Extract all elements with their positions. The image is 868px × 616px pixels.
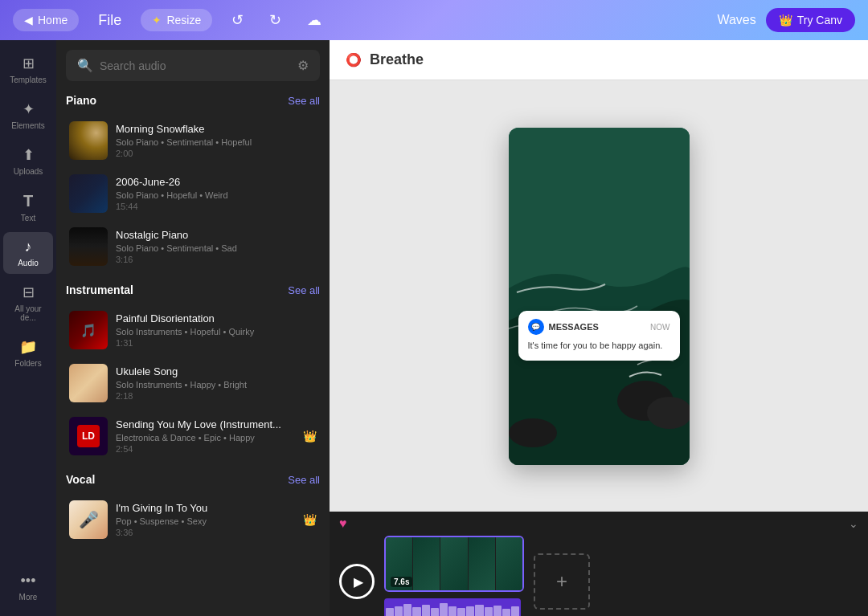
- resize-icon: ✦: [152, 14, 162, 27]
- 2006-thumb: [69, 174, 108, 213]
- home-button[interactable]: ◀ Home: [13, 9, 79, 31]
- waveform-bar: [386, 608, 394, 616]
- vocal-see-all-button[interactable]: See all: [288, 474, 320, 486]
- search-input[interactable]: [100, 59, 291, 72]
- waveform-bar: [511, 606, 519, 616]
- audio-waveform[interactable]: [384, 598, 521, 616]
- instrumental-see-all-button[interactable]: See all: [288, 284, 320, 296]
- heart-icon: ♥: [339, 516, 347, 531]
- ukulele-name: Ukulele Song: [116, 365, 317, 377]
- nostalgic-thumb: [69, 227, 108, 266]
- redo-button[interactable]: ↻: [263, 8, 288, 32]
- sending-duration: 2:54: [116, 444, 295, 454]
- waveform-bar: [493, 606, 502, 616]
- canvas-title: Breathe: [370, 51, 424, 68]
- undo-button[interactable]: ↺: [225, 8, 250, 32]
- timeline-clips: 7.6s: [384, 536, 524, 616]
- sidebar-item-all-designs[interactable]: ⊟ All your de...: [3, 277, 53, 328]
- canvas-content: 💬 MESSAGES NOW It's time for you to be h…: [330, 80, 868, 512]
- resize-button[interactable]: ✦ Resize: [141, 9, 212, 31]
- morning-snowflake-meta: Solo Piano • Sentimental • Hopeful: [116, 137, 317, 147]
- sidebar-item-audio[interactable]: ♪ Audio: [3, 232, 53, 274]
- try-canva-label: Try Canv: [797, 14, 842, 27]
- templates-icon: ⊞: [23, 55, 35, 72]
- message-app-name: MESSAGES: [549, 322, 651, 332]
- ukulele-meta: Solo Instruments • Happy • Bright: [116, 380, 317, 390]
- waveform-bar: [466, 606, 474, 616]
- nostalgic-name: Nostalgic Piano: [116, 229, 317, 241]
- track-painful-disorientation[interactable]: 🎵 Painful Disorientation Solo Instrument…: [66, 304, 320, 356]
- file-button[interactable]: File: [92, 9, 128, 32]
- waveform-bar: [475, 605, 483, 617]
- templates-label: Templates: [10, 75, 47, 84]
- more-label: More: [19, 593, 38, 602]
- morning-snowflake-duration: 2:00: [116, 149, 317, 158]
- save-button[interactable]: ☁: [301, 8, 328, 32]
- file-label: File: [98, 12, 121, 28]
- play-button[interactable]: ▶: [339, 564, 375, 599]
- video-clip[interactable]: 7.6s: [384, 536, 524, 592]
- canvas-top-bar: ⭕ Breathe: [330, 40, 868, 80]
- giving-thumb: 🎤: [69, 500, 108, 539]
- waveform-bar: [395, 606, 403, 616]
- track-sending-you-my-love[interactable]: LD Sending You My Love (Instrument... El…: [66, 410, 320, 462]
- clip-frame-3: [440, 537, 467, 590]
- waveform-bar: [502, 609, 510, 616]
- track-nostalgic-piano[interactable]: Nostalgic Piano Solo Piano • Sentimental…: [66, 221, 320, 272]
- sidebar-item-templates[interactable]: ⊞ Templates: [3, 48, 53, 91]
- canvas-area: ⭕ Breathe: [330, 40, 868, 616]
- waves-label: Waves: [717, 13, 755, 27]
- nostalgic-meta: Solo Piano • Sentimental • Sad: [116, 243, 317, 253]
- phone-background: 💬 MESSAGES NOW It's time for you to be h…: [509, 128, 690, 465]
- sidebar-item-elements[interactable]: ✦ Elements: [3, 94, 53, 137]
- painful-thumb: 🎵: [69, 311, 108, 349]
- 2006-meta: Solo Piano • Hopeful • Weird: [116, 190, 317, 200]
- ukulele-thumb: [69, 364, 108, 402]
- elements-label: Elements: [11, 121, 45, 130]
- canvas-title-icon: ⭕: [346, 52, 362, 67]
- audio-panel: 🔍 ⚙ Piano See all Morning Snowflake Solo…: [56, 40, 330, 616]
- piano-title: Piano: [66, 94, 96, 107]
- sending-meta: Electronica & Dance • Epic • Happy: [116, 433, 295, 443]
- home-label: Home: [38, 14, 68, 27]
- more-icon: •••: [21, 573, 36, 589]
- message-bubble: 💬 MESSAGES NOW It's time for you to be h…: [518, 311, 680, 360]
- 2006-info: 2006-June-26 Solo Piano • Hopeful • Weir…: [116, 176, 317, 211]
- filter-icon[interactable]: ⚙: [297, 58, 309, 73]
- track-2006-june-26[interactable]: 2006-June-26 Solo Piano • Hopeful • Weir…: [66, 168, 320, 219]
- waveform-bar: [412, 607, 420, 616]
- vocal-section-header: Vocal See all: [66, 473, 320, 486]
- waveform-bar: [485, 607, 493, 616]
- instrumental-title: Instrumental: [66, 284, 133, 296]
- folders-icon: 📁: [19, 338, 37, 356]
- uploads-icon: ⬆: [23, 146, 35, 164]
- topbar-left: ◀ Home File ✦ Resize ↺ ↻ ☁: [13, 8, 704, 32]
- try-canva-button[interactable]: 👑 Try Canv: [766, 8, 855, 32]
- svg-point-3: [509, 418, 557, 447]
- waveform-bar: [457, 608, 465, 616]
- track-im-giving-in[interactable]: 🎤 I'm Giving In To You Pop • Suspense • …: [66, 494, 320, 545]
- all-designs-label: All your de...: [8, 304, 48, 322]
- messages-app-icon: 💬: [528, 319, 544, 335]
- painful-meta: Solo Instruments • Hopeful • Quirky: [116, 327, 317, 337]
- phone-preview: 💬 MESSAGES NOW It's time for you to be h…: [509, 128, 690, 465]
- add-clip-button[interactable]: +: [534, 553, 590, 610]
- piano-see-all-button[interactable]: See all: [288, 95, 320, 107]
- sidebar-item-more[interactable]: ••• More: [3, 566, 53, 608]
- painful-duration: 1:31: [116, 338, 317, 348]
- play-icon: ▶: [354, 574, 363, 589]
- search-icon: 🔍: [77, 58, 93, 73]
- sidebar-item-uploads[interactable]: ⬆ Uploads: [3, 140, 53, 182]
- folders-label: Folders: [14, 359, 41, 368]
- sidebar-item-text[interactable]: T Text: [3, 186, 53, 229]
- track-morning-snowflake[interactable]: Morning Snowflake Solo Piano • Sentiment…: [66, 115, 320, 166]
- clip-frame-4: [469, 537, 495, 590]
- sidebar-item-folders[interactable]: 📁 Folders: [3, 332, 53, 374]
- giving-premium-badge: 👑: [303, 513, 317, 526]
- collapse-icon[interactable]: ⌄: [849, 517, 858, 530]
- track-ukulele-song[interactable]: Ukulele Song Solo Instruments • Happy • …: [66, 357, 320, 409]
- waveform-bar: [403, 604, 411, 616]
- sending-logo: LD: [77, 425, 100, 447]
- message-time: NOW: [650, 323, 669, 332]
- giving-info: I'm Giving In To You Pop • Suspense • Se…: [116, 502, 295, 537]
